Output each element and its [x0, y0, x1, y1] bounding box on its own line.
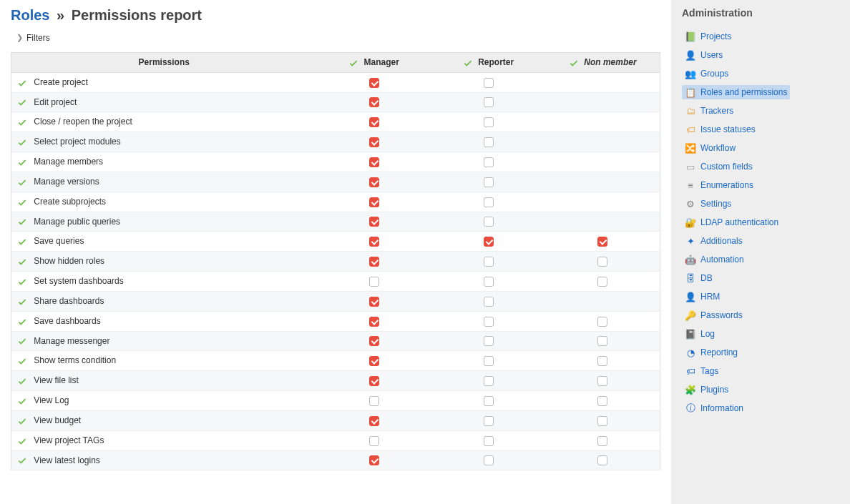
admin-link-label: Users: [700, 50, 723, 60]
permission-checkbox[interactable]: [597, 257, 607, 267]
permission-checkbox[interactable]: [597, 336, 607, 346]
role-header[interactable]: Reporter: [431, 53, 546, 73]
permission-checkbox[interactable]: [369, 396, 379, 406]
permission-checkbox[interactable]: [597, 436, 607, 446]
permission-checkbox[interactable]: [484, 376, 494, 386]
admin-link-tags[interactable]: 🏷Tags: [682, 364, 721, 378]
admin-link-groups[interactable]: 👥Groups: [682, 66, 731, 81]
admin-link-users[interactable]: 👤Users: [682, 48, 726, 62]
permission-cell: [546, 212, 660, 232]
role-header[interactable]: Manager: [317, 53, 431, 73]
permission-checkbox[interactable]: [369, 297, 379, 307]
permission-cell: [546, 272, 660, 292]
permission-checkbox[interactable]: [369, 257, 379, 267]
permission-cell: [317, 152, 431, 172]
permission-cell: [317, 311, 431, 331]
permission-checkbox[interactable]: [484, 436, 494, 446]
permission-checkbox[interactable]: [369, 237, 379, 247]
permission-checkbox[interactable]: [369, 356, 379, 366]
permission-cell: [546, 132, 660, 152]
permission-cell: [431, 132, 546, 152]
permission-checkbox[interactable]: [369, 376, 379, 386]
admin-link-roles[interactable]: 📋Roles and permissions: [682, 85, 790, 99]
permission-checkbox[interactable]: [484, 78, 494, 88]
permission-checkbox[interactable]: [484, 97, 494, 107]
roles-link[interactable]: Roles: [11, 7, 49, 23]
permission-checkbox[interactable]: [369, 78, 379, 88]
admin-link-ldap[interactable]: 🔐LDAP authentication: [682, 215, 781, 229]
permission-checkbox[interactable]: [369, 97, 379, 107]
permission-label: Show hidden roles: [34, 256, 104, 266]
permission-checkbox[interactable]: [369, 336, 379, 346]
admin-link-label: HRM: [700, 292, 720, 302]
permission-checkbox[interactable]: [369, 137, 379, 147]
admin-link-trackers[interactable]: 🗂Trackers: [682, 104, 736, 118]
permission-checkbox[interactable]: [369, 197, 379, 207]
permission-checkbox[interactable]: [369, 416, 379, 426]
additionals-icon: ✦: [685, 235, 696, 247]
permission-checkbox[interactable]: [597, 455, 607, 465]
permission-cell: [317, 371, 431, 391]
admin-link-label: Tags: [700, 366, 718, 376]
permission-checkbox[interactable]: [369, 436, 379, 446]
permission-checkbox[interactable]: [484, 277, 494, 287]
permission-checkbox[interactable]: [484, 117, 494, 127]
permission-checkbox[interactable]: [484, 297, 494, 307]
permission-checkbox[interactable]: [484, 416, 494, 426]
permission-checkbox[interactable]: [369, 317, 379, 327]
permission-cell: [546, 252, 660, 272]
admin-link-log[interactable]: 📓Log: [682, 327, 718, 341]
permission-checkbox[interactable]: [484, 177, 494, 187]
permission-checkbox[interactable]: [369, 177, 379, 187]
admin-link-information[interactable]: ⓘInformation: [682, 401, 746, 415]
permission-checkbox[interactable]: [369, 217, 379, 227]
admin-link-passwords[interactable]: 🔑Passwords: [682, 308, 746, 322]
permission-checkbox[interactable]: [484, 396, 494, 406]
permission-checkbox[interactable]: [484, 217, 494, 227]
permission-checkbox[interactable]: [597, 356, 607, 366]
permission-checkbox[interactable]: [484, 257, 494, 267]
tags-icon: 🏷: [685, 365, 696, 377]
admin-link-statuses[interactable]: 🏷Issue statuses: [682, 122, 758, 137]
permission-label: Share dashboards: [34, 296, 104, 306]
permission-cell: [431, 232, 546, 252]
admin-link-hrm[interactable]: 👤HRM: [682, 290, 723, 304]
permission-checkbox[interactable]: [597, 237, 607, 247]
permission-checkbox[interactable]: [484, 455, 494, 465]
admin-link-settings[interactable]: ⚙Settings: [682, 197, 734, 211]
admin-item: 📓Log: [682, 325, 839, 343]
table-row: View latest logins: [11, 450, 660, 470]
filters-toggle[interactable]: ❯ Filters: [11, 29, 660, 46]
admin-link-additionals[interactable]: ✦Additionals: [682, 234, 746, 248]
permission-label: Edit project: [34, 97, 77, 107]
admin-link-reporting[interactable]: ◔Reporting: [682, 345, 741, 360]
permission-checkbox[interactable]: [369, 117, 379, 127]
permission-checkbox[interactable]: [484, 197, 494, 207]
permission-checkbox[interactable]: [597, 376, 607, 386]
page-heading: Permissions report: [72, 7, 202, 23]
admin-link-workflow[interactable]: 🔀Workflow: [682, 141, 738, 155]
permission-checkbox[interactable]: [369, 277, 379, 287]
admin-link-automation[interactable]: 🤖Automation: [682, 252, 747, 267]
check-icon: [17, 436, 27, 446]
permission-checkbox[interactable]: [597, 416, 607, 426]
permission-checkbox[interactable]: [484, 157, 494, 167]
admin-link-custom-fields[interactable]: ▭Custom fields: [682, 159, 756, 174]
permission-cell: [431, 410, 546, 430]
admin-link-enumerations[interactable]: ≡Enumerations: [682, 178, 756, 192]
admin-link-plugins[interactable]: 🧩Plugins: [682, 382, 731, 397]
permission-checkbox[interactable]: [369, 455, 379, 465]
permission-checkbox[interactable]: [597, 396, 607, 406]
permission-checkbox[interactable]: [484, 317, 494, 327]
permission-checkbox[interactable]: [484, 336, 494, 346]
admin-link-db[interactable]: 🗄DB: [682, 271, 715, 285]
permission-checkbox[interactable]: [484, 237, 494, 247]
permission-checkbox[interactable]: [597, 317, 607, 327]
permission-checkbox[interactable]: [484, 356, 494, 366]
chevron-right-icon: ❯: [16, 33, 23, 42]
permission-checkbox[interactable]: [597, 277, 607, 287]
permission-checkbox[interactable]: [484, 137, 494, 147]
admin-link-projects[interactable]: 📗Projects: [682, 29, 734, 44]
role-header[interactable]: Non member: [546, 53, 660, 73]
permission-checkbox[interactable]: [369, 157, 379, 167]
